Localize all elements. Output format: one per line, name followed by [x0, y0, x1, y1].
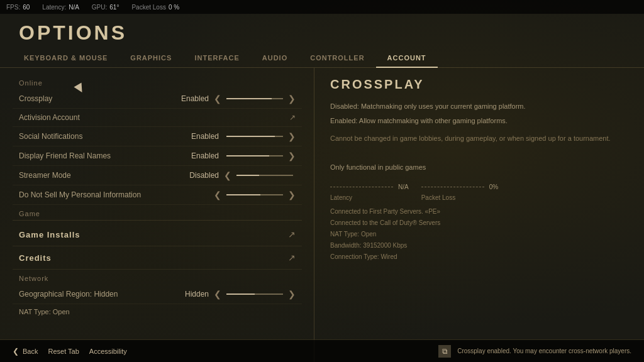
- setting-name-geo-region: Geographical Region: Hidden: [19, 290, 165, 299]
- link-name-credits: Credits: [19, 253, 288, 263]
- arrow-left-geo[interactable]: ❮: [214, 289, 221, 299]
- arrow-left-dnsmpi[interactable]: ❮: [214, 190, 221, 200]
- crossplay-desc1: Disabled: Matchmaking only uses your cur…: [330, 101, 628, 112]
- setting-arrows-dnsmpi[interactable]: ❮ ❯: [214, 190, 296, 200]
- tab-graphics[interactable]: GRAPHICS: [119, 49, 183, 68]
- content-area: Online Crossplay Enabled ❮ ❯ Activision …: [0, 68, 644, 362]
- setting-row-geo-region[interactable]: Geographical Region: Hidden Hidden ❮ ❯: [13, 285, 302, 304]
- bottom-bar: ❮ Back Reset Tab Accessibility ⧉ Crosspl…: [0, 339, 644, 362]
- arrow-right-geo[interactable]: ❯: [288, 289, 296, 299]
- packet-label: Packet Loss: [421, 194, 498, 201]
- latency-value: N/A: [398, 184, 409, 190]
- latency-display: Latency: N/A: [42, 4, 79, 11]
- slider-geo: [226, 293, 283, 295]
- crossplay-status-text: Crossplay enabled. You may encounter cro…: [457, 348, 631, 354]
- setting-row-dnsmpi[interactable]: Do Not Sell My Personal Information ❮ ❯: [13, 185, 302, 205]
- arrow-right-friend-names[interactable]: ❯: [288, 151, 296, 161]
- tab-account[interactable]: ACCOUNT: [376, 49, 438, 68]
- gpu-value: 61°: [109, 4, 119, 11]
- nat-type-bar: NAT Type: Open: [13, 304, 302, 319]
- conn-line-5: Connection Type: Wired: [330, 251, 628, 263]
- latency-label: Latency: [330, 194, 409, 201]
- arrow-right-crossplay[interactable]: ❯: [288, 94, 296, 104]
- bottom-right: ⧉ Crossplay enabled. You may encounter c…: [438, 345, 631, 358]
- functional-note: Only functional in public games: [330, 163, 628, 171]
- setting-row-credits[interactable]: Credits ↗: [13, 246, 302, 270]
- packet-display: Packet Loss 0 %: [131, 4, 179, 11]
- left-panel: Online Crossplay Enabled ❮ ❯ Activision …: [0, 68, 314, 362]
- setting-arrows-crossplay[interactable]: ❮ ❯: [214, 94, 296, 104]
- latency-value: N/A: [69, 4, 79, 11]
- conn-line-3: NAT Type: Open: [330, 229, 628, 240]
- crossplay-title: CROSSPLAY: [330, 77, 628, 92]
- accessibility-button[interactable]: Accessibility: [89, 345, 137, 358]
- crossplay-note: Cannot be changed in game lobbies, durin…: [330, 133, 628, 145]
- setting-value-social: Enabled: [175, 132, 219, 141]
- setting-arrows-friend-names[interactable]: ❯: [224, 151, 296, 161]
- setting-name-activision: Activision Account: [19, 113, 287, 122]
- page-title: OPTIONS: [19, 21, 625, 45]
- external-icon-credits: ↗: [288, 253, 296, 263]
- setting-row-friend-names[interactable]: Display Friend Real Names Enabled ❯: [13, 146, 302, 166]
- latency-block: N/A Latency: [330, 184, 409, 201]
- setting-row-streamer[interactable]: Streamer Mode Disabled ❮: [13, 166, 302, 185]
- arrow-left-streamer[interactable]: ❮: [224, 170, 231, 180]
- crossplay-desc2: Enabled: Allow matchmaking with other ga…: [330, 115, 628, 127]
- arrow-right-social[interactable]: ❯: [288, 131, 296, 141]
- right-panel: CROSSPLAY Disabled: Matchmaking only use…: [314, 68, 644, 362]
- title-area: OPTIONS: [0, 14, 644, 48]
- setting-value-geo-region: Hidden: [165, 290, 209, 299]
- slider-friend-names: [226, 155, 283, 156]
- slider-social: [226, 136, 283, 137]
- back-label: Back: [23, 348, 38, 355]
- fps-label: FPS:: [6, 4, 20, 11]
- fps-display: FPS: 60: [6, 4, 30, 11]
- arrow-left-crossplay[interactable]: ❮: [214, 94, 221, 104]
- setting-arrows-geo-region[interactable]: ❮ ❯: [214, 289, 296, 299]
- back-button[interactable]: ❮ Back: [13, 344, 48, 358]
- top-bar: FPS: 60 Latency: N/A GPU: 61° Packet Los…: [0, 0, 644, 14]
- packet-block: 0% Packet Loss: [421, 184, 498, 201]
- accessibility-label: Accessibility: [89, 348, 127, 355]
- slider-streamer: [236, 175, 293, 176]
- packet-header: 0%: [421, 184, 498, 190]
- packet-value: 0%: [489, 184, 498, 190]
- setting-value-crossplay: Enabled: [165, 94, 209, 103]
- gpu-label: GPU:: [92, 4, 107, 11]
- conn-line-1: Connected to First Party Servers. «PE»: [330, 206, 628, 217]
- external-icon-game-installs: ↗: [288, 229, 296, 239]
- packet-value: 0 %: [169, 4, 179, 11]
- setting-arrows-social[interactable]: ❯: [224, 131, 296, 141]
- stats-row: N/A Latency 0% Packet Loss: [330, 184, 628, 201]
- setting-row-social[interactable]: Social Notifications Enabled ❯: [13, 127, 302, 146]
- slider-dnsmpi: [226, 194, 283, 195]
- gpu-display: GPU: 61°: [92, 4, 119, 11]
- latency-bar: [330, 187, 393, 187]
- tab-audio[interactable]: AUDIO: [251, 49, 299, 68]
- setting-value-friend-names: Enabled: [175, 151, 219, 160]
- setting-name-dnsmpi: Do Not Sell My Personal Information: [19, 190, 214, 199]
- reset-tab-button[interactable]: Reset Tab: [48, 345, 89, 358]
- setting-row-game-installs[interactable]: Game Installs ↗: [13, 223, 302, 246]
- link-name-game-installs: Game Installs: [19, 230, 288, 239]
- connection-info: Connected to First Party Servers. «PE» C…: [330, 206, 628, 263]
- external-icon-activision: ↗: [289, 113, 296, 122]
- section-label-game: Game: [19, 210, 302, 217]
- fps-value: 60: [23, 4, 30, 11]
- section-label-online: Online: [19, 79, 302, 87]
- tab-interface[interactable]: INTERFACE: [183, 49, 250, 68]
- tab-keyboard-mouse[interactable]: KEYBOARD & MOUSE: [13, 49, 119, 68]
- back-icon: ❮: [13, 347, 19, 356]
- arrow-right-dnsmpi[interactable]: ❯: [288, 190, 296, 200]
- divider-game: [13, 220, 302, 221]
- crossplay-status-icon: ⧉: [438, 345, 451, 358]
- setting-arrows-streamer[interactable]: ❮: [224, 170, 296, 180]
- tab-controller[interactable]: CONTROLLER: [299, 49, 375, 68]
- slider-crossplay: [226, 98, 283, 99]
- setting-name-crossplay: Crossplay: [19, 94, 165, 103]
- setting-row-crossplay[interactable]: Crossplay Enabled ❮ ❯: [13, 89, 302, 109]
- latency-header: N/A: [330, 184, 409, 190]
- conn-line-4: Bandwidth: 39152000 Kbps: [330, 240, 628, 251]
- setting-row-activision[interactable]: Activision Account ↗: [13, 109, 302, 127]
- reset-label: Reset Tab: [48, 348, 79, 355]
